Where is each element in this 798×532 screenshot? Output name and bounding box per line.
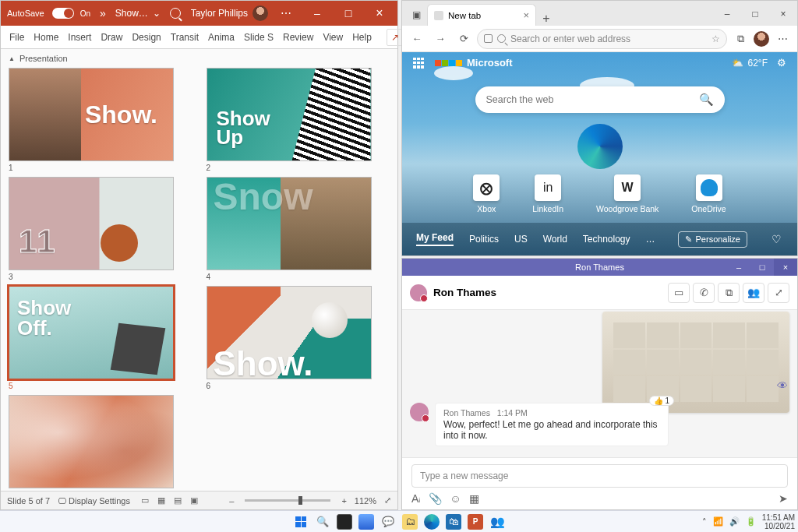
tab-actions-icon[interactable]: ▣ (405, 4, 427, 26)
powerpoint-app-icon[interactable]: P (468, 514, 483, 530)
taskbar-clock[interactable]: 11:51 AM 10/20/21 (762, 513, 795, 530)
signed-in-user[interactable]: Taylor Phillips (191, 8, 248, 19)
fit-to-window-icon[interactable]: ⤢ (384, 495, 391, 506)
collections-icon[interactable]: ⧉ (730, 29, 750, 49)
search-icon[interactable]: 🔍 (315, 514, 330, 530)
forward-button[interactable]: → (430, 29, 450, 49)
slide-thumb[interactable]: Snow 4 (207, 177, 390, 281)
user-avatar-icon[interactable] (252, 5, 268, 21)
close-tab-icon[interactable]: × (523, 9, 529, 21)
ribbon-tab[interactable]: Insert (64, 27, 95, 48)
new-tab-button[interactable]: + (536, 12, 556, 26)
battery-icon[interactable]: 🔋 (746, 516, 756, 527)
search-submit-icon[interactable]: 🔍 (699, 93, 714, 107)
app-launcher-icon[interactable] (413, 58, 424, 69)
close-button[interactable]: × (774, 259, 797, 276)
feed-nav-item[interactable]: World (543, 234, 567, 245)
audio-call-icon[interactable]: ✆ (693, 283, 715, 303)
screenshare-icon[interactable]: ⧉ (718, 283, 740, 303)
autosave-toggle[interactable] (52, 8, 74, 19)
slideshow-view-icon[interactable]: ▣ (187, 495, 201, 505)
restore-button[interactable]: □ (750, 259, 774, 276)
section-header[interactable]: ▲ Presentation (1, 49, 397, 65)
attach-icon[interactable]: 📎 (429, 492, 442, 505)
display-settings-button[interactable]: 🖵 Display Settings (58, 496, 130, 506)
ribbon-tab[interactable]: Design (128, 27, 164, 48)
contact-avatar-icon[interactable] (410, 284, 427, 301)
quicklink[interactable]: OneDrive (691, 174, 726, 213)
quicklink[interactable]: ⨂ Xbox (473, 174, 500, 213)
reading-view-icon[interactable]: ▤ (171, 495, 185, 505)
favorite-icon[interactable]: ☆ (711, 33, 720, 44)
feed-nav-item[interactable]: Politics (469, 234, 499, 245)
slide-thumb[interactable]: 11 3 (9, 177, 192, 281)
quicklink[interactable]: W Woodgrove Bank (596, 174, 659, 213)
feed-nav-more-icon[interactable]: … (646, 234, 655, 245)
quicklink[interactable]: in LinkedIn (532, 174, 563, 213)
ribbon-tab[interactable]: File (5, 27, 28, 48)
contact-name[interactable]: Ron Thames (433, 287, 496, 298)
refresh-button[interactable]: ⟳ (454, 29, 474, 49)
ribbon-tab[interactable]: Home (30, 27, 62, 48)
ribbon-tab[interactable]: View (319, 27, 347, 48)
edge-app-icon[interactable] (424, 514, 440, 530)
feed-nav-item[interactable]: My Feed (416, 232, 454, 246)
sorter-view-icon[interactable]: ▦ (154, 495, 168, 505)
close-button[interactable]: × (769, 2, 797, 26)
document-name[interactable]: Show… (115, 8, 148, 19)
browser-tab[interactable]: New tab × (427, 4, 536, 26)
ribbon-overflow-icon[interactable]: ⋯ (273, 7, 299, 19)
notifications-icon[interactable]: ♡ (769, 233, 783, 245)
format-icon[interactable]: Aᵢ (411, 492, 421, 505)
restore-button[interactable]: □ (741, 2, 769, 26)
volume-icon[interactable]: 🔊 (729, 516, 740, 527)
send-button[interactable]: ➤ (779, 492, 788, 505)
message-reaction[interactable]: 👍 1 (649, 396, 674, 406)
restore-button[interactable]: □ (335, 7, 362, 19)
slide-thumb[interactable]: Show Off. 5 (9, 286, 192, 390)
slide-thumb[interactable]: Show Up 2 (207, 68, 390, 172)
popout-icon[interactable]: ⤢ (768, 283, 789, 303)
ribbon-tab[interactable]: Slide S (240, 27, 277, 48)
menu-icon[interactable]: ⋯ (772, 29, 793, 49)
collapse-arrow-icon[interactable]: ▲ (9, 55, 15, 62)
message-bubble[interactable]: Ron Thames 1:14 PM Wow, perfect! Let me … (435, 403, 669, 446)
zoom-slider[interactable] (245, 499, 330, 502)
ribbon-tab[interactable]: Transit (167, 27, 203, 48)
document-menu-caret-icon[interactable]: ⌄ (153, 8, 161, 19)
ribbon-tab[interactable]: Draw (97, 27, 126, 48)
close-button[interactable]: × (366, 6, 393, 20)
video-call-icon[interactable]: ▭ (668, 283, 690, 303)
store-icon[interactable]: 🛍 (446, 514, 461, 530)
address-bar[interactable]: Search or enter web address ☆ (477, 29, 727, 49)
web-search-box[interactable]: Search the web 🔍 (475, 86, 725, 113)
zoom-percent[interactable]: 112% (355, 496, 376, 506)
emoji-icon[interactable]: ☺ (450, 492, 461, 505)
message-avatar-icon[interactable] (410, 403, 429, 421)
normal-view-icon[interactable]: ▭ (138, 495, 152, 505)
minimize-button[interactable]: – (713, 2, 741, 26)
zoom-out-button[interactable]: – (229, 496, 234, 506)
compose-input[interactable]: Type a new message (411, 464, 788, 488)
ribbon-tab[interactable]: Anima (204, 27, 238, 48)
image-message[interactable] (602, 312, 789, 413)
tray-chevron-icon[interactable]: ˄ (702, 517, 707, 527)
back-button[interactable]: ← (407, 29, 427, 49)
site-info-icon[interactable] (484, 34, 493, 43)
chat-icon[interactable]: 💬 (380, 514, 396, 530)
teams-app-icon[interactable]: 👥 (489, 514, 505, 530)
minimize-button[interactable]: – (304, 7, 330, 19)
feed-nav-item[interactable]: US (514, 234, 528, 245)
slide-thumb[interactable]: Show. 6 (207, 286, 390, 390)
quickaccess-more-icon[interactable]: » (100, 7, 106, 19)
search-icon[interactable] (170, 8, 181, 19)
personalize-button[interactable]: ✎ Personalize (678, 231, 747, 248)
slide-thumb[interactable]: 7 (9, 395, 192, 491)
feed-nav-item[interactable]: Technology (583, 234, 630, 245)
slide-thumb[interactable]: Show. 1 (9, 68, 192, 172)
explorer-icon[interactable]: 🗂 (402, 514, 418, 530)
widgets-icon[interactable] (358, 514, 374, 530)
ribbon-tab[interactable]: Help (348, 27, 376, 48)
wifi-icon[interactable]: 📶 (713, 516, 723, 527)
gif-icon[interactable]: ▦ (469, 492, 479, 505)
